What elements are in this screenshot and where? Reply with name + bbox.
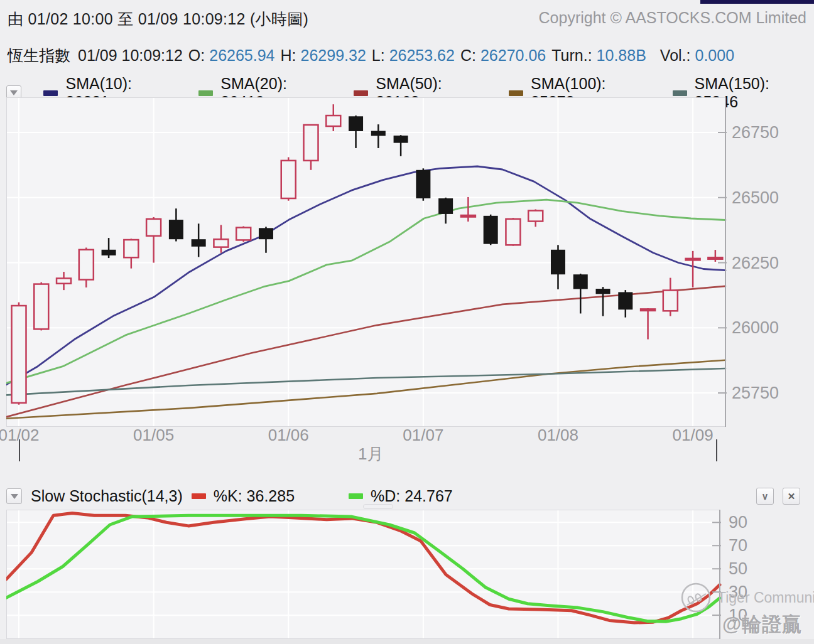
stoch-k-swatch — [192, 493, 206, 499]
stoch-d-swatch — [349, 493, 363, 499]
svg-text:26750: 26750 — [732, 123, 779, 142]
stoch-collapse-button[interactable]: ∨ — [756, 488, 774, 505]
sma10-swatch — [43, 90, 58, 96]
stoch-k-label: %K: 36.285 — [214, 487, 295, 505]
month-label: 1月 — [358, 443, 383, 465]
svg-text:90: 90 — [729, 513, 747, 532]
sma100-swatch — [509, 90, 523, 96]
svg-text:70: 70 — [729, 536, 747, 555]
x-axis-label: 01/06 — [268, 426, 309, 445]
svg-text:50: 50 — [729, 559, 747, 578]
scroll-pill — [363, 504, 393, 509]
sma150-swatch — [673, 90, 687, 96]
bottom-strip — [0, 639, 814, 644]
close-value: 26270.06 — [480, 46, 546, 65]
month-boundary-tick — [716, 439, 717, 461]
chevron-down-icon — [11, 494, 18, 499]
low-value: 26253.62 — [389, 46, 455, 65]
svg-text:26000: 26000 — [732, 318, 779, 337]
sma50-swatch — [354, 90, 368, 96]
stochastic-chart[interactable]: 9070503010 — [6, 510, 814, 639]
stoch-legend-row: Slow Stochastic(14,3) %K: 36.285 %D: 24.… — [6, 487, 808, 505]
turnover-value: 10.88B — [597, 46, 646, 65]
open-label: O: — [188, 46, 205, 65]
close-label: C: — [460, 46, 476, 65]
x-axis-label: 01/09 — [673, 426, 714, 445]
high-value: 26299.32 — [301, 46, 366, 65]
main-price-chart[interactable]: 2675026500262502600025750 — [6, 97, 814, 427]
x-axis-label: 01/07 — [403, 426, 443, 445]
instrument-name: 恆生指數 — [8, 45, 70, 66]
x-axis-label: 01/05 — [133, 426, 174, 445]
svg-text:26500: 26500 — [732, 188, 779, 207]
svg-text:25750: 25750 — [732, 384, 779, 402]
sma20-swatch — [198, 90, 213, 96]
stoch-close-button[interactable]: ✕ — [783, 488, 800, 505]
x-axis-label: 01/08 — [538, 426, 578, 445]
low-label: L: — [372, 46, 385, 65]
quote-row: 恆生指數 01/09 10:09:12 O: 26265.94 H: 26299… — [8, 45, 734, 66]
high-label: H: — [281, 46, 296, 65]
open-value: 26265.94 — [209, 46, 274, 65]
stoch-indicator-dropdown-button[interactable] — [6, 488, 22, 504]
date-range-text: 由 01/02 10:00 至 01/09 10:09:12 (小時圖) — [8, 9, 308, 30]
x-axis-labels: 01/0201/0501/0601/0701/0801/09 — [0, 426, 814, 447]
volume-label: Vol.: — [660, 46, 691, 65]
chevron-down-icon — [10, 90, 18, 95]
month-boundary-tick — [19, 439, 20, 461]
stoch-d-label: %D: 24.767 — [371, 487, 453, 505]
quote-datetime: 01/09 10:09:12 — [78, 46, 183, 65]
copyright-text: Copyright © AASTOCKS.COM Limited — [539, 9, 806, 30]
turnover-label: Turn.: — [551, 46, 592, 65]
svg-text:26250: 26250 — [732, 254, 779, 272]
stoch-title: Slow Stochastic(14,3) — [31, 487, 183, 505]
top-corner-bar — [700, 0, 814, 4]
header-row: 由 01/02 10:00 至 01/09 10:09:12 (小時圖) Cop… — [8, 9, 806, 30]
volume-value: 0.000 — [695, 46, 735, 65]
svg-text:30: 30 — [729, 582, 747, 601]
